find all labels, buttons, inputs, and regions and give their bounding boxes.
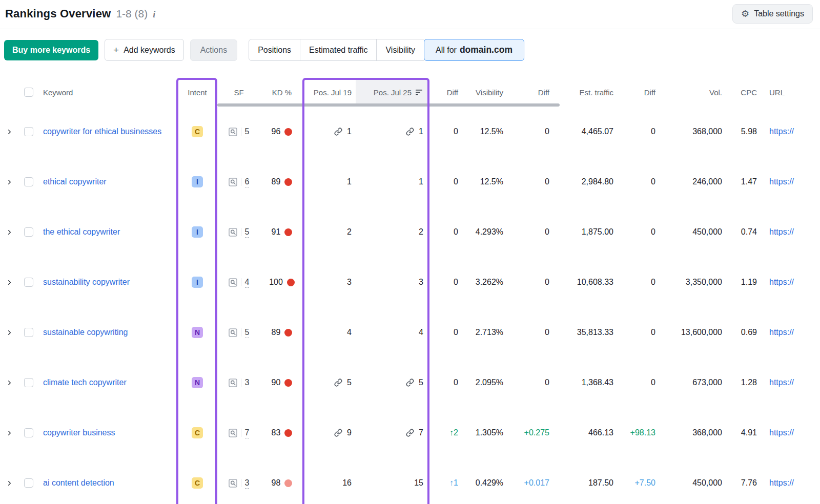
expand-chevron-icon[interactable] [7, 329, 12, 336]
column-header-diff-traffic[interactable]: Diff [618, 78, 660, 107]
url-link[interactable]: https:// [769, 378, 794, 387]
column-header-diff-visibility[interactable]: Diff [507, 78, 554, 107]
column-header-visibility[interactable]: Visibility [462, 78, 507, 107]
column-header-pos-jul19[interactable]: Pos. Jul 19 [303, 78, 356, 107]
serp-features-count[interactable]: 7 [245, 428, 250, 438]
keyword-link[interactable]: the ethical copywriter [43, 226, 120, 238]
url-link[interactable]: https:// [769, 328, 794, 337]
url-link[interactable]: https:// [769, 177, 794, 186]
serp-features-icon[interactable] [229, 379, 237, 387]
serp-features-count[interactable]: 4 [245, 277, 250, 288]
link-icon[interactable] [334, 128, 342, 136]
keyword-link[interactable]: sustainable copywriting [43, 326, 128, 339]
serp-features-count[interactable]: 3 [245, 377, 250, 388]
serp-features-icon[interactable] [229, 328, 237, 337]
sf-divider [241, 178, 241, 186]
link-icon[interactable] [406, 128, 414, 136]
serp-features-icon[interactable] [229, 278, 237, 287]
info-icon[interactable]: i [153, 9, 155, 20]
intent-badge[interactable]: C [192, 126, 203, 137]
select-all-checkbox[interactable] [24, 88, 33, 97]
url-link[interactable]: https:// [769, 428, 794, 437]
serp-features-count[interactable]: 5 [245, 127, 250, 137]
link-icon[interactable] [334, 429, 342, 437]
pos-jul19-cell: 1 [303, 157, 356, 207]
visibility-cell: 1.305% [462, 408, 507, 458]
sf-cell: 3 [217, 458, 260, 504]
serp-features-count[interactable]: 5 [245, 327, 250, 338]
intent-badge[interactable]: I [192, 176, 203, 187]
row-checkbox[interactable] [24, 478, 33, 488]
tab-all-for-domain[interactable]: All for domain.com [424, 39, 524, 61]
intent-badge[interactable]: N [192, 377, 203, 388]
intent-badge[interactable]: N [192, 327, 203, 338]
tab-visibility[interactable]: Visibility [376, 39, 424, 61]
link-icon[interactable] [406, 429, 414, 437]
expand-chevron-icon[interactable] [7, 229, 12, 236]
serp-features-count[interactable]: 6 [245, 177, 250, 187]
row-checkbox[interactable] [24, 378, 33, 387]
column-header-cpc[interactable]: CPC [726, 78, 761, 107]
horizontal-scrollbar[interactable] [217, 103, 560, 107]
expand-chevron-icon[interactable] [7, 129, 12, 135]
pos-jul19-cell: 1 [303, 107, 356, 157]
row-checkbox[interactable] [24, 127, 33, 136]
serp-features-icon[interactable] [229, 228, 237, 237]
url-link[interactable]: https:// [769, 478, 794, 488]
column-header-intent[interactable]: Intent [177, 78, 217, 107]
tab-positions[interactable]: Positions [249, 39, 300, 61]
row-checkbox[interactable] [24, 177, 33, 186]
keyword-link[interactable]: climate tech copywriter [43, 376, 127, 389]
keyword-link[interactable]: copywriter business [43, 427, 115, 439]
keyword-link[interactable]: ethical copywriter [43, 176, 107, 188]
link-icon[interactable] [334, 379, 342, 387]
row-checkbox[interactable] [24, 428, 33, 437]
tab-estimated-traffic[interactable]: Estimated traffic [300, 39, 377, 61]
column-header-est-traffic[interactable]: Est. traffic [554, 78, 618, 107]
serp-features-icon[interactable] [229, 128, 237, 136]
expand-chevron-icon[interactable] [7, 430, 12, 436]
column-header-url[interactable]: URL [761, 78, 820, 107]
keyword-link[interactable]: copywriter for ethical businesses [43, 125, 161, 138]
column-header-diff-pos[interactable]: Diff [427, 78, 462, 107]
column-header-pos-jul25[interactable]: Pos. Jul 25 [356, 78, 427, 107]
intent-badge[interactable]: I [192, 277, 203, 288]
column-header-volume[interactable]: Vol. [660, 78, 726, 107]
keyword-cell: ethical copywriter [39, 157, 177, 207]
column-header-sf[interactable]: SF [217, 78, 260, 107]
serp-features-icon[interactable] [229, 479, 237, 488]
keyword-link[interactable]: sustainability copywriter [43, 276, 130, 288]
est-traffic-value: 2,984.80 [582, 177, 613, 186]
actions-button[interactable]: Actions [190, 39, 237, 61]
serp-features-icon[interactable] [229, 429, 237, 437]
intent-badge[interactable]: I [192, 226, 203, 238]
expand-chevron-icon[interactable] [7, 179, 12, 185]
expand-chevron-icon[interactable] [7, 380, 12, 386]
buy-more-keywords-button[interactable]: Buy more keywords [4, 40, 98, 60]
intent-cell: I [177, 157, 217, 207]
url-link[interactable]: https:// [769, 227, 794, 237]
expand-cell [0, 207, 18, 257]
expand-chevron-icon[interactable] [7, 480, 12, 487]
add-keywords-button[interactable]: + Add keywords [105, 39, 184, 61]
intent-badge[interactable]: C [192, 427, 203, 438]
table-settings-button[interactable]: ⚙ Table settings [732, 4, 813, 24]
row-checkbox[interactable] [24, 278, 33, 287]
serp-features-icon[interactable] [229, 178, 237, 186]
url-link[interactable]: https:// [769, 127, 794, 136]
serp-features-count[interactable]: 5 [245, 227, 250, 238]
column-header-kd[interactable]: KD % [260, 78, 303, 107]
cpc-value: 1.47 [741, 177, 757, 186]
row-checkbox[interactable] [24, 328, 33, 337]
intent-badge[interactable]: C [192, 477, 203, 489]
column-header-keyword[interactable]: Keyword [39, 78, 177, 107]
row-checkbox[interactable] [24, 227, 33, 237]
expand-chevron-icon[interactable] [7, 279, 12, 286]
volume-cell: 450,000 [660, 458, 726, 504]
link-icon[interactable] [406, 379, 414, 387]
url-link[interactable]: https:// [769, 278, 794, 287]
page-title: Rankings Overview [5, 7, 111, 20]
keyword-link[interactable]: ai content detection [43, 477, 114, 489]
table-body: copywriter for ethical businesses C 5 96 [0, 107, 820, 504]
serp-features-count[interactable]: 3 [245, 478, 250, 489]
